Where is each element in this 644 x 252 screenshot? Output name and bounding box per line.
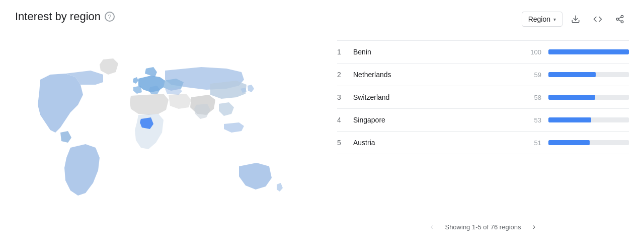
row-value: 58 <box>527 94 541 101</box>
prev-page-button[interactable]: ‹ <box>425 220 439 234</box>
row-value: 59 <box>527 71 541 79</box>
row-country: Switzerland <box>353 93 527 101</box>
table-row[interactable]: 4 Singapore 53 <box>337 109 629 132</box>
row-country: Austria <box>353 139 527 147</box>
pagination-text: Showing 1-5 of 76 regions <box>445 223 521 231</box>
chevron-down-icon: ▾ <box>553 17 556 22</box>
svg-line-6 <box>618 17 621 19</box>
data-table: 1 Benin 100 2 Netherlands 59 3 Switzerla… <box>337 40 629 212</box>
bar-container <box>548 117 629 122</box>
help-icon[interactable]: ? <box>105 12 115 22</box>
main-container: Interest by region ? <box>0 0 644 252</box>
row-rank: 1 <box>337 48 349 56</box>
row-country: Singapore <box>353 116 527 124</box>
share-button[interactable] <box>611 10 629 28</box>
region-label: Region <box>528 15 550 23</box>
download-button[interactable] <box>567 10 585 28</box>
row-country: Netherlands <box>353 71 527 79</box>
world-map <box>30 49 312 221</box>
region-dropdown[interactable]: Region ▾ <box>522 12 562 27</box>
table-row[interactable]: 2 Netherlands 59 <box>337 64 629 86</box>
toolbar: Region ▾ <box>522 10 629 28</box>
bar-fill <box>548 140 590 145</box>
map-container <box>15 28 327 242</box>
row-country: Benin <box>353 48 527 56</box>
row-value: 100 <box>527 48 541 56</box>
table-row[interactable]: 5 Austria 51 <box>337 132 629 154</box>
right-panel: 1 Benin 100 2 Netherlands 59 3 Switzerla… <box>327 10 629 242</box>
bar-fill <box>548 49 629 54</box>
table-row[interactable]: 1 Benin 100 <box>337 40 629 64</box>
embed-button[interactable] <box>589 10 607 28</box>
row-rank: 4 <box>337 116 349 124</box>
bar-fill <box>548 95 595 100</box>
page-title: Interest by region <box>15 10 101 23</box>
bar-container <box>548 49 629 54</box>
bar-container <box>548 140 629 145</box>
left-panel: Interest by region ? <box>15 10 327 242</box>
pagination: ‹ Showing 1-5 of 76 regions › <box>337 212 629 242</box>
table-row[interactable]: 3 Switzerland 58 <box>337 86 629 109</box>
row-rank: 2 <box>337 71 349 79</box>
bar-container <box>548 95 629 100</box>
svg-line-5 <box>618 20 621 21</box>
row-rank: 5 <box>337 139 349 147</box>
row-value: 53 <box>527 116 541 124</box>
bar-fill <box>548 72 596 77</box>
bar-fill <box>548 117 591 122</box>
bar-container <box>548 72 629 77</box>
header-row: Interest by region ? <box>15 10 327 23</box>
row-rank: 3 <box>337 93 349 101</box>
next-page-button[interactable]: › <box>527 220 541 234</box>
row-value: 51 <box>527 139 541 147</box>
